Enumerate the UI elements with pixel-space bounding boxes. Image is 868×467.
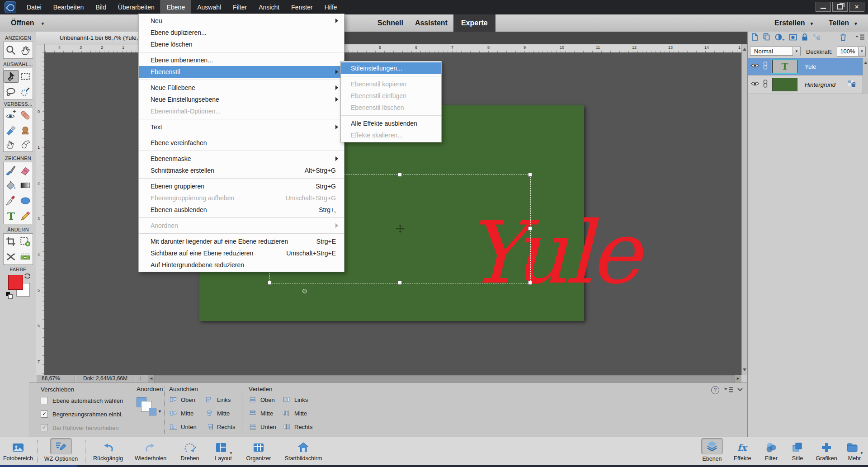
layer-row-yule[interactable]: T Yule — [748, 58, 863, 75]
vertical-scrollbar[interactable] — [741, 44, 748, 375]
lasso-tool[interactable] — [4, 86, 18, 98]
layer-locked-icon[interactable] — [847, 79, 856, 90]
smooth-skin-tool[interactable] — [4, 124, 18, 136]
transform-handle[interactable] — [268, 281, 272, 285]
menu-datei[interactable]: Datei — [21, 0, 47, 14]
align-bottom-icon[interactable] — [169, 424, 177, 431]
tab-experte[interactable]: Experte — [453, 14, 495, 32]
menu-item-ebene-vereinfachen[interactable]: Ebene vereinfachen — [139, 137, 344, 149]
align-right-button[interactable]: Rechts — [217, 424, 235, 430]
status-expand-button[interactable]: 〉 — [136, 375, 148, 382]
layer-visibility-icon[interactable] — [750, 80, 760, 89]
menu-item-schnittmaske-erstellen[interactable]: Schnittmaske erstellenAlt+Strg+G — [139, 165, 344, 176]
zoom-tool[interactable] — [4, 44, 18, 56]
help-icon[interactable]: ? — [711, 386, 719, 394]
menu-item-neue-fuellebene[interactable]: Neue Füllebene — [139, 82, 344, 94]
lock-layer-icon[interactable] — [801, 33, 809, 43]
submenu-item-stileinstellungen[interactable]: Stileinstellungen... — [341, 62, 441, 74]
rollover-highlight-checkbox[interactable]: ✓ — [41, 424, 48, 431]
hand-tool[interactable] — [18, 44, 33, 56]
menu-item-ebenen-gruppieren[interactable]: Ebenen gruppierenStrg+G — [139, 180, 344, 192]
transform-handle[interactable] — [398, 173, 402, 177]
layer-name[interactable]: Yule — [805, 63, 816, 70]
align-top-button[interactable]: Oben — [181, 396, 195, 403]
lock-transparency-icon[interactable] — [812, 33, 821, 43]
menu-ueberarbeiten[interactable]: Überarbeiten — [112, 0, 160, 14]
scroll-up-icon[interactable] — [864, 60, 868, 64]
eyedropper-tool[interactable] — [4, 195, 18, 207]
layer-row-hintergrund[interactable]: Hintergrund — [748, 75, 863, 94]
shape-tool[interactable] — [18, 195, 33, 207]
new-group-icon[interactable] — [762, 33, 771, 43]
menu-item-ebenen-ausblenden[interactable]: Ebenen ausblendenStrg+, — [139, 204, 344, 216]
layer-thumbnail[interactable]: T — [772, 60, 797, 73]
tab-assistent[interactable]: Assistent — [409, 14, 453, 32]
taskbar-rueckgaengig[interactable]: Rückgängig — [89, 440, 127, 462]
menu-item-neu[interactable]: Neu — [139, 15, 344, 27]
text-tool[interactable]: T — [4, 210, 18, 222]
spot-healing-tool[interactable] — [18, 109, 33, 121]
open-button[interactable]: Öffnen▼ — [11, 14, 45, 32]
menu-item-text[interactable]: Text — [139, 121, 344, 133]
arrange-button[interactable]: ▼ — [137, 397, 165, 420]
distribute-middle-button[interactable]: Mitte — [260, 410, 273, 417]
taskbar-filter[interactable]: Filter — [759, 440, 783, 462]
taskbar-drehen[interactable]: Drehen — [174, 440, 206, 462]
transform-handle[interactable] — [528, 173, 532, 177]
menu-item-ebenenmaske[interactable]: Ebenenmaske — [139, 153, 344, 165]
align-center-button[interactable]: Mitte — [217, 410, 230, 417]
align-center-icon[interactable] — [205, 410, 213, 418]
brush-tool[interactable] — [4, 164, 18, 176]
menu-bearbeiten[interactable]: Bearbeiten — [47, 0, 90, 14]
paint-bucket-tool[interactable] — [4, 179, 18, 191]
scroll-up-icon[interactable] — [743, 46, 746, 51]
share-button[interactable]: Teilen▼ — [829, 14, 858, 32]
distribute-bottom-button[interactable]: Unten — [260, 424, 276, 430]
distribute-right-icon[interactable] — [283, 424, 291, 431]
smudge-tool[interactable] — [4, 138, 18, 150]
eraser-tool[interactable] — [18, 164, 33, 176]
scroll-right-icon[interactable]: ► — [736, 376, 740, 381]
menu-item-auf-hintergrundebene[interactable]: Auf Hintergrundebene reduzieren — [139, 259, 344, 271]
gradient-tool[interactable] — [18, 179, 33, 191]
taskbar-startbildschirm[interactable]: Startbildschirm — [278, 440, 328, 462]
panel-menu-icon[interactable] — [855, 33, 865, 42]
rotate-handle[interactable] — [302, 289, 307, 293]
red-eye-tool[interactable] — [4, 109, 18, 121]
taskbar-effekte[interactable]: fx Effekte — [728, 440, 756, 462]
menu-item-ebene-umbenennen[interactable]: Ebene umbenennen... — [139, 54, 344, 66]
chevron-down-icon[interactable]: ▼ — [793, 47, 800, 56]
menu-fenster[interactable]: Fenster — [285, 0, 318, 14]
default-colors-icon[interactable] — [8, 294, 13, 299]
taskbar-wz-optionen[interactable]: WZ-Optionen — [39, 438, 83, 462]
distribute-right-button[interactable]: Rechts — [294, 424, 312, 430]
move-tool[interactable] — [4, 70, 19, 83]
taskbar-wiederholen[interactable]: Wiederholen — [130, 440, 171, 462]
distribute-middle-icon[interactable] — [249, 410, 257, 418]
menu-ebene[interactable]: Ebene — [160, 0, 191, 14]
opacity-value-field[interactable]: 100% — [837, 47, 859, 57]
marquee-tool[interactable] — [18, 70, 33, 83]
horizontal-scrollbar[interactable] — [154, 375, 735, 382]
pencil-tool[interactable] — [18, 210, 33, 222]
zoom-level[interactable]: 66,67% — [36, 375, 75, 382]
menu-item-sichtbare-reduzieren[interactable]: Sichtbare auf eine Ebene reduzierenUmsch… — [139, 247, 344, 259]
transform-handle[interactable] — [398, 281, 402, 285]
chevron-down-icon[interactable]: ▼ — [858, 47, 865, 56]
close-button[interactable]: × — [849, 2, 864, 12]
distribute-top-icon[interactable] — [249, 396, 257, 404]
link-layer-icon[interactable] — [762, 79, 769, 90]
recompose-tool[interactable] — [18, 236, 33, 247]
straighten-tool[interactable] — [18, 251, 33, 263]
menu-hilfe[interactable]: Hilfe — [319, 0, 343, 14]
tab-schnell[interactable]: Schnell — [372, 14, 409, 32]
quick-selection-tool[interactable] — [18, 86, 33, 98]
foreground-color-swatch[interactable] — [8, 275, 23, 290]
menu-filter[interactable]: Filter — [227, 0, 253, 14]
blend-mode-select[interactable]: Normal▼ — [750, 47, 801, 56]
collapse-panel-icon[interactable] — [736, 386, 744, 394]
delete-layer-icon[interactable] — [839, 33, 847, 43]
transform-handle[interactable] — [528, 281, 532, 285]
taskbar-grafiken[interactable]: Grafiken — [811, 440, 841, 462]
align-middle-button[interactable]: Mitte — [181, 410, 193, 417]
